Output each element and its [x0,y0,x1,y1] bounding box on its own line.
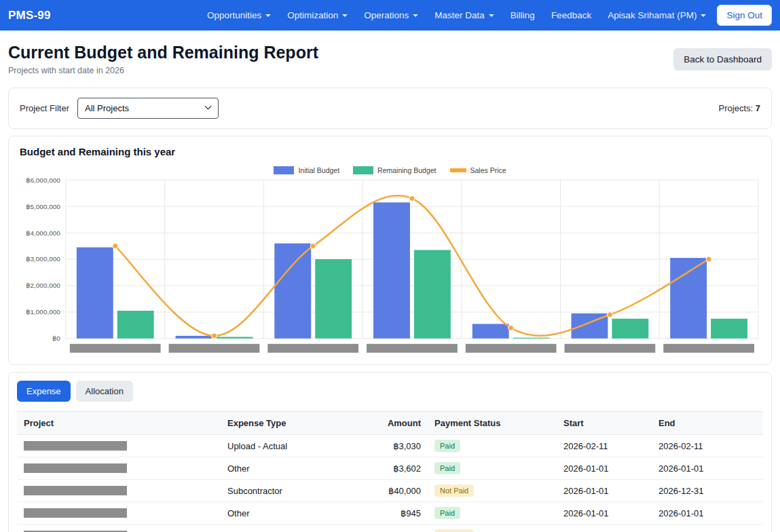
bar-remaining-budget [216,337,253,338]
expense-type-cell: Other [221,457,353,480]
project-cell [17,525,221,532]
expense-allocation-card: Expense Allocation ProjectExpense TypeAm… [8,372,772,532]
sales-price-point [706,256,711,262]
expense-type-cell: Upload - Actual [221,435,353,457]
redacted-x-label [367,344,458,353]
legend-label: Remaining Budget [377,166,436,174]
payment-status-badge: Not Paid [434,529,474,532]
nav-item-label: Optimization [287,10,338,20]
payment-status-badge: Paid [434,440,460,452]
project-filter-card: Project Filter All Projects Projects: 7 [8,88,772,129]
start-date-cell: 2026-01-01 [557,480,652,502]
col-end: End [652,412,763,435]
app-brand: PMS-99 [8,9,51,22]
svg-text:฿4,000,000: ฿4,000,000 [26,229,60,237]
bar-initial-budget [670,258,707,339]
title-block: Current Budget and Remaining Report Proj… [8,43,318,75]
bar-initial-budget [176,336,212,339]
legend-item-remaining-budget: Remaining Budget [353,166,436,174]
nav-item-label: Master Data [434,10,485,20]
bar-initial-budget [472,324,509,338]
payment-status-cell: Not Paid [428,525,557,532]
legend-label: Initial Budget [298,166,339,174]
start-date-cell: 2026-02-11 [557,435,652,457]
tabs: Expense Allocation [17,381,763,402]
sales-price-point [607,312,612,318]
chevron-down-icon [265,14,271,17]
legend-item-initial-budget: Initial Budget [274,166,339,174]
bar-remaining-budget [414,250,451,338]
sales-price-point [508,325,514,330]
expense-table: ProjectExpense TypeAmountPayment StatusS… [17,411,763,532]
bar-remaining-budget [513,338,550,339]
bar-remaining-budget [315,259,352,339]
end-date-cell: 2027-12-31 [652,525,763,532]
col-payment-status: Payment Status [428,412,557,435]
bar-initial-budget [77,248,113,339]
nav-item-label: Operations [364,10,409,20]
budget-chart: ฿0฿1,000,000฿2,000,000฿3,000,000฿4,000,0… [20,174,760,359]
chevron-down-icon [489,14,494,17]
payment-status-badge: Not Paid [434,484,474,497]
legend-item-sales-price: Sales Price [450,166,506,174]
start-date-cell: 2026-01-01 [557,457,652,480]
projects-count-value: 7 [756,103,760,113]
nav-item-opportunities[interactable]: Opportunities [207,10,271,20]
projects-count: Projects: 7 [719,103,760,113]
project-cell [17,502,221,525]
project-cell [17,480,221,502]
payment-status-cell: Paid [428,435,557,457]
amount-cell: ฿945 [353,502,428,525]
table-row: Other฿3,602Paid2026-01-012026-01-01 [17,457,763,480]
start-date-cell: 2027-01-01 [557,525,652,532]
sign-out-button[interactable]: Sign Out [717,5,772,26]
amount-cell: ฿40,000 [353,480,428,502]
expense-table-head: ProjectExpense TypeAmountPayment StatusS… [17,412,763,435]
payment-status-cell: Not Paid [428,480,557,502]
nav-items: OpportunitiesOptimizationOperationsMaste… [207,10,707,20]
table-row: Cloud฿1,188,000Not Paid2027-01-012027-12… [17,525,763,532]
start-date-cell: 2026-01-01 [557,502,652,525]
bar-remaining-budget [711,319,747,339]
chevron-down-icon [342,14,348,17]
table-row: Other฿945Paid2026-01-012026-01-01 [17,502,763,525]
page-title: Current Budget and Remaining Report [8,43,318,62]
redacted-x-label [169,344,260,353]
redacted-x-label [70,344,161,353]
nav-item-label: Opportunities [207,10,261,20]
col-start: Start [557,412,652,435]
amount-cell: ฿1,188,000 [353,525,428,532]
bar-remaining-budget [117,311,154,339]
project-filter-select[interactable]: All Projects [77,98,219,119]
project-filter-select-wrap: All Projects [77,98,219,119]
back-to-dashboard-button[interactable]: Back to Dashboard [673,48,772,71]
legend-swatch-green [353,166,373,174]
nav-item-apisak-srihamat-pm-[interactable]: Apisak Srihamat (PM) [608,10,706,20]
table-row: Upload - Actual฿3,030Paid2026-02-112026-… [17,435,763,457]
chevron-down-icon [413,14,418,17]
payment-status-badge: Paid [434,462,460,474]
end-date-cell: 2026-12-31 [652,480,763,502]
redacted-x-label [267,344,358,353]
nav-item-billing[interactable]: Billing [510,10,535,20]
col-amount: Amount [353,412,428,435]
project-cell [17,435,221,457]
redacted-project-name [24,508,127,518]
table-row: Subcontractor฿40,000Not Paid2026-01-0120… [17,480,763,502]
redacted-x-label [565,344,656,353]
page-subtitle: Projects with start date in 2026 [8,66,318,75]
expense-type-cell: Cloud [221,525,353,532]
redacted-project-name [24,463,127,473]
nav-item-optimization[interactable]: Optimization [287,10,348,20]
page-header: Current Budget and Remaining Report Proj… [0,31,780,81]
payment-status-badge: Paid [434,507,460,519]
nav-item-operations[interactable]: Operations [364,10,418,20]
end-date-cell: 2026-01-01 [652,502,763,525]
sales-price-point [310,244,316,249]
tab-allocation[interactable]: Allocation [76,381,133,402]
nav-item-master-data[interactable]: Master Data [434,10,494,20]
nav-item-feedback[interactable]: Feedback [551,10,591,20]
tab-expense[interactable]: Expense [17,381,71,402]
nav-item-label: Billing [510,10,535,20]
sales-price-point [113,244,118,249]
